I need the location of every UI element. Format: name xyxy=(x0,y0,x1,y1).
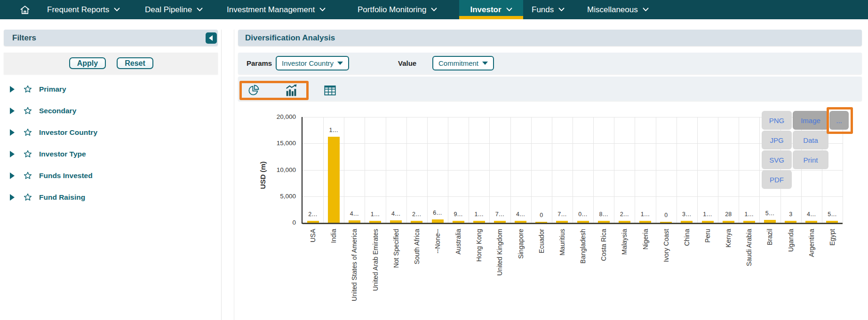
expand-arrow-icon[interactable] xyxy=(10,194,15,201)
x-axis-category-label: --None-- xyxy=(434,229,441,253)
star-icon[interactable] xyxy=(24,150,32,158)
nav-item-portfolio-monitoring[interactable]: Portfolio Monitoring xyxy=(358,0,437,19)
main-panel: 05,00010,00015,00020,0002…USA1…India4…Un… xyxy=(234,30,864,320)
caret-down-icon xyxy=(337,62,343,65)
y-axis-line xyxy=(302,117,303,224)
nav-item-funds[interactable]: Funds xyxy=(532,0,565,19)
y-axis-title: USD (m) xyxy=(259,156,268,194)
nav-item-label: Funds xyxy=(532,5,554,15)
filter-item-fund-raising[interactable]: Fund Raising xyxy=(4,190,218,204)
chevron-down-icon xyxy=(506,8,512,12)
export-image-button[interactable]: Image xyxy=(793,111,828,130)
chevron-down-icon xyxy=(319,8,326,12)
x-axis-category-label: Uganda xyxy=(788,229,794,252)
export-svg-button[interactable]: SVG xyxy=(762,150,792,169)
nav-item-deal-pipeline[interactable]: Deal Pipeline xyxy=(145,0,203,19)
x-axis-category-label: Bangladesh xyxy=(580,229,586,264)
export-more-button[interactable]: ... xyxy=(829,111,849,130)
x-axis-category-label: United States of America xyxy=(351,229,358,301)
gridline xyxy=(386,117,386,223)
value-dropdown[interactable]: Commitment xyxy=(432,56,494,70)
gridline xyxy=(635,117,635,223)
nav-item-label: Portfolio Monitoring xyxy=(358,5,426,15)
filter-item-funds-invested[interactable]: Funds Invested xyxy=(4,169,218,183)
x-axis-category-label: Australia xyxy=(455,229,462,254)
pie-chart-icon[interactable] xyxy=(247,84,260,99)
filter-item-label: Secondary xyxy=(39,107,76,115)
x-axis-category-label: Hong Kong xyxy=(476,229,482,262)
gridline xyxy=(365,117,365,223)
x-axis-category-label: Brazil xyxy=(766,229,773,245)
nav-item-label: Miscellaneous xyxy=(587,5,638,15)
filter-item-label: Funds Invested xyxy=(39,172,93,180)
bar-india[interactable] xyxy=(328,137,340,224)
star-icon[interactable] xyxy=(24,107,32,115)
gridline xyxy=(469,117,469,223)
x-axis-category-label: Singapore xyxy=(518,229,524,259)
nav-item-investor[interactable]: Investor xyxy=(459,0,523,19)
nav-item-investment-management[interactable]: Investment Management xyxy=(227,0,326,19)
filter-item-investor-type[interactable]: Investor Type xyxy=(4,147,218,161)
star-icon[interactable] xyxy=(24,85,32,94)
gridline xyxy=(531,117,532,223)
nav-item-label: Frequent Reports xyxy=(47,5,109,15)
y-axis-tick-label: 0 xyxy=(263,219,296,226)
home-button[interactable] xyxy=(19,4,31,16)
export-png-button[interactable]: PNG xyxy=(762,111,792,130)
x-axis-category-label: Costa Rica xyxy=(600,229,607,261)
collapse-sidebar-button[interactable] xyxy=(206,32,217,44)
x-axis-category-label: Kenya xyxy=(725,229,732,248)
chevron-down-icon xyxy=(197,8,203,12)
x-axis-category-label: Not Specified xyxy=(393,229,399,268)
reset-button[interactable]: Reset xyxy=(117,57,153,69)
x-axis-category-label: United Kingdom xyxy=(496,229,503,276)
filter-item-investor-country[interactable]: Investor Country xyxy=(4,125,218,140)
expand-arrow-icon[interactable] xyxy=(10,108,15,114)
chevron-down-icon xyxy=(114,8,120,12)
star-icon[interactable] xyxy=(24,172,32,180)
bar-value-label: 5… xyxy=(818,211,846,218)
filter-item-label: Primary xyxy=(39,85,66,94)
gridline xyxy=(593,117,594,223)
nav-item-frequent-reports[interactable]: Frequent Reports xyxy=(47,0,120,19)
x-axis-category-label: Ecuador xyxy=(538,229,545,253)
apply-button[interactable]: Apply xyxy=(69,57,106,69)
expand-arrow-icon[interactable] xyxy=(10,172,15,179)
expand-arrow-icon[interactable] xyxy=(10,129,15,136)
export-data-button[interactable]: Data xyxy=(793,131,828,149)
filter-item-secondary[interactable]: Secondary xyxy=(4,104,218,118)
expand-arrow-icon[interactable] xyxy=(10,86,15,93)
bar-value-label: 1… xyxy=(319,127,348,133)
expand-arrow-icon[interactable] xyxy=(10,151,15,157)
report-header: Diversification Analysis xyxy=(238,30,862,46)
export-pdf-button[interactable]: PDF xyxy=(762,170,792,189)
x-axis-category-label: Peru xyxy=(704,229,711,243)
value-label: Value xyxy=(398,59,416,67)
gridline xyxy=(718,117,718,223)
gridline xyxy=(510,117,511,223)
y-axis-tick-label: 20,000 xyxy=(263,113,296,120)
x-axis-category-label: South Africa xyxy=(414,229,420,265)
gridline xyxy=(489,117,490,223)
star-icon[interactable] xyxy=(24,128,32,137)
x-axis-category-label: Argentina xyxy=(808,229,815,257)
bar-chart-icon[interactable] xyxy=(285,84,298,99)
page: Frequent ReportsDeal PipelineInvestment … xyxy=(0,0,868,320)
export-print-button[interactable]: Print xyxy=(793,150,828,169)
nav-item-miscellaneous[interactable]: Miscellaneous xyxy=(587,0,649,19)
table-icon[interactable] xyxy=(324,84,336,99)
filter-item-label: Fund Raising xyxy=(39,193,85,202)
x-axis-category-label: China xyxy=(684,229,690,246)
y-axis-tick-label: 15,000 xyxy=(263,140,296,147)
export-jpg-button[interactable]: JPG xyxy=(762,131,792,149)
params-dropdown[interactable]: Investor Country xyxy=(276,56,349,70)
gridline xyxy=(739,117,739,223)
star-icon[interactable] xyxy=(24,193,32,202)
gridline xyxy=(406,117,407,223)
nav-item-label: Investor xyxy=(470,5,501,15)
filter-item-primary[interactable]: Primary xyxy=(4,82,218,96)
filters-panel: Filters Apply Reset PrimarySecondaryInve… xyxy=(4,30,222,320)
x-axis-category-label: Ivory Coast xyxy=(663,229,669,262)
filter-item-label: Investor Type xyxy=(39,150,86,158)
x-axis-line xyxy=(303,223,843,224)
